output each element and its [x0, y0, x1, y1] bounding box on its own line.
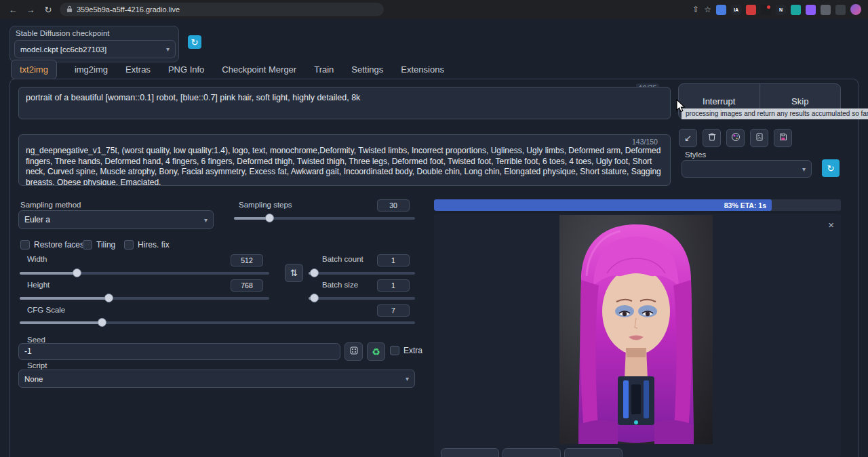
- height-input[interactable]: 768: [231, 279, 263, 292]
- progress-fill: 83% ETA: 1s: [434, 199, 772, 211]
- tiling-option[interactable]: Tiling: [83, 240, 115, 250]
- share-icon[interactable]: ⇧: [692, 5, 699, 14]
- swap-dimensions-button[interactable]: ⇅: [285, 264, 303, 282]
- height-slider[interactable]: [20, 294, 269, 302]
- restore-faces-option[interactable]: Restore faces: [20, 240, 84, 250]
- script-dropdown[interactable]: None ▾: [18, 370, 415, 388]
- output-action-button-2[interactable]: [502, 448, 561, 457]
- clipboard-icon: [755, 132, 764, 144]
- tab-extensions[interactable]: Extensions: [401, 60, 444, 79]
- sampling-method-value: Euler a: [24, 215, 50, 224]
- width-input[interactable]: 512: [231, 254, 263, 266]
- swap-icon: ⇅: [290, 268, 298, 278]
- chevron-down-icon: ▾: [802, 165, 806, 173]
- checkpoint-refresh-button[interactable]: ↻: [188, 35, 201, 49]
- generated-image[interactable]: [559, 215, 713, 444]
- checkpoint-value: model.ckpt [cc6cb27103]: [20, 45, 106, 54]
- checkpoint-panel: Stable Diffusion checkpoint model.ckpt […: [9, 26, 179, 62]
- paste-params-button[interactable]: ↙: [679, 129, 697, 147]
- extension-icon-7[interactable]: [806, 5, 816, 15]
- browser-toolbar: ← → ↻ 359e5b9a-a5ff-4216.gradio.live ⇧ ☆…: [0, 0, 868, 19]
- apply-styles-button[interactable]: [750, 129, 768, 147]
- tab-txt2img[interactable]: txt2img: [11, 60, 57, 79]
- extension-icon-4[interactable]: [761, 5, 771, 15]
- styles-refresh-button[interactable]: ↻: [822, 159, 840, 177]
- prompt-textarea[interactable]: portrait of a beautiful [woman::0.1] rob…: [18, 87, 671, 119]
- tab-img2img[interactable]: img2img: [75, 60, 108, 79]
- tiling-checkbox[interactable]: [83, 240, 92, 250]
- extension-icon-3[interactable]: [746, 5, 756, 15]
- checkpoint-dropdown[interactable]: model.ckpt [cc6cb27103] ▾: [14, 40, 176, 58]
- sampling-method-label: Sampling method: [20, 201, 81, 209]
- clear-prompt-button[interactable]: [703, 129, 721, 147]
- tab-checkpoint-merger[interactable]: Checkpoint Merger: [222, 60, 296, 79]
- tiling-label: Tiling: [96, 240, 115, 250]
- restore-faces-checkbox[interactable]: [20, 240, 30, 250]
- batch-size-slider[interactable]: [309, 294, 415, 302]
- batch-count-input[interactable]: 1: [377, 254, 410, 266]
- bookmark-star-icon[interactable]: ☆: [704, 5, 711, 14]
- close-preview-icon[interactable]: ×: [828, 219, 834, 231]
- lock-icon: [66, 3, 73, 16]
- sampling-steps-input[interactable]: 30: [377, 199, 410, 212]
- hires-fix-option[interactable]: Hires. fix: [124, 240, 170, 250]
- extension-icon-5[interactable]: N: [776, 5, 786, 15]
- styles-dropdown[interactable]: ▾: [682, 160, 812, 178]
- output-action-button-1[interactable]: [441, 448, 499, 457]
- tab-train[interactable]: Train: [314, 60, 334, 79]
- output-gallery: ×: [434, 214, 841, 457]
- output-action-button-3[interactable]: [564, 448, 623, 457]
- reuse-seed-button[interactable]: ♻: [367, 342, 385, 361]
- puzzle-extensions-icon[interactable]: [821, 5, 831, 15]
- hires-fix-label: Hires. fix: [138, 240, 170, 250]
- hires-fix-checkbox[interactable]: [124, 240, 134, 250]
- main-tabs: txt2img img2img Extras PNG Info Checkpoi…: [11, 60, 444, 79]
- seed-input[interactable]: -1: [18, 343, 340, 360]
- recycle-icon: ♻: [372, 346, 380, 357]
- sampling-steps-slider[interactable]: [234, 214, 415, 222]
- cfg-scale-input[interactable]: 7: [377, 304, 410, 317]
- sampling-method-dropdown[interactable]: Euler a ▾: [18, 210, 214, 229]
- interrupt-tooltip: processing images and return any results…: [682, 108, 868, 119]
- tab-extras[interactable]: Extras: [125, 60, 151, 79]
- save-style-button[interactable]: [774, 129, 792, 147]
- script-label: Script: [27, 361, 47, 370]
- random-seed-button[interactable]: [344, 342, 363, 361]
- reload-icon[interactable]: ↻: [42, 5, 54, 15]
- profile-avatar[interactable]: [850, 4, 861, 15]
- prompt-text: portrait of a beautiful [woman::0.1] rob…: [26, 93, 360, 102]
- back-icon[interactable]: ←: [7, 5, 19, 15]
- styles-label: Styles: [685, 151, 706, 159]
- extra-networks-button[interactable]: [726, 129, 745, 147]
- seed-extra-checkbox[interactable]: [390, 346, 399, 355]
- chevron-down-icon: ▾: [406, 375, 409, 382]
- batch-count-label: Batch count: [322, 255, 363, 263]
- dice-icon: [349, 346, 359, 358]
- batch-count-slider[interactable]: [309, 269, 415, 277]
- seed-extra-option[interactable]: Extra: [390, 346, 422, 355]
- chevron-down-icon: ▾: [166, 45, 170, 53]
- side-panel-icon[interactable]: [835, 5, 846, 15]
- paste-icon: ↙: [684, 133, 692, 143]
- width-slider[interactable]: [20, 269, 269, 277]
- browser-actions: ⇧ ☆ IA N: [692, 4, 861, 15]
- batch-size-input[interactable]: 1: [377, 279, 410, 292]
- generation-progress-bar: 83% ETA: 1s: [434, 199, 841, 211]
- floppy-disk-icon: [778, 132, 788, 144]
- screen: ← → ↻ 359e5b9a-a5ff-4216.gradio.live ⇧ ☆…: [0, 0, 868, 457]
- extension-icon-2[interactable]: IA: [731, 5, 741, 15]
- progress-text: 83% ETA: 1s: [724, 201, 766, 210]
- extension-icon-1[interactable]: [716, 5, 726, 15]
- script-value: None: [24, 375, 43, 383]
- extension-icon-6[interactable]: [791, 5, 801, 15]
- negative-prompt-textarea[interactable]: ng_deepnegative_v1_75t, (worst quality, …: [18, 134, 671, 186]
- cfg-scale-label: CFG Scale: [27, 306, 65, 314]
- cfg-scale-slider[interactable]: [20, 318, 415, 327]
- tab-png-info[interactable]: PNG Info: [168, 60, 204, 79]
- address-bar[interactable]: 359e5b9a-a5ff-4216.gradio.live: [60, 3, 384, 16]
- restore-faces-label: Restore faces: [34, 240, 84, 250]
- webui-page: Stable Diffusion checkpoint model.ckpt […: [0, 19, 868, 457]
- forward-icon[interactable]: →: [24, 5, 37, 15]
- tab-settings[interactable]: Settings: [351, 60, 383, 79]
- batch-size-label: Batch size: [322, 281, 358, 289]
